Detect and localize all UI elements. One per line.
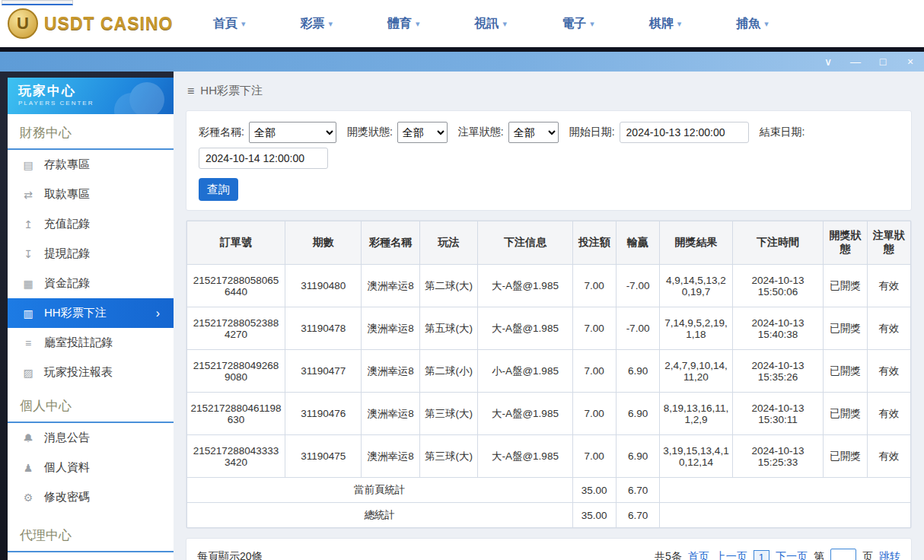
jump-button[interactable]: 跳转	[879, 550, 900, 560]
lottery-name-select[interactable]: 全部	[249, 122, 336, 143]
table-cell: 2024-10-13 15:50:06	[732, 265, 823, 307]
table-cell: 有效	[867, 265, 910, 307]
next-page-link[interactable]: 下一页	[776, 550, 808, 560]
pager: 共5条 首页 上一页 1 下一页 第 页 跳转	[655, 549, 900, 560]
column-header: 注單狀態	[867, 221, 910, 265]
table-header-row: 訂單號期數彩種名稱玩法下注信息投注額輸贏開獎結果下注時間開獎狀態注單狀態	[187, 221, 911, 265]
table-cell: 31190476	[285, 393, 362, 435]
table-cell: 8,19,13,16,11,1,2,9	[660, 393, 733, 435]
menu-item-home[interactable]: 首頁 ▾	[213, 16, 246, 32]
search-button[interactable]: 查詢	[199, 178, 238, 201]
window-close-icon[interactable]: ×	[904, 56, 916, 67]
deposit-icon: ▤	[21, 159, 35, 171]
sidebar-item-profile[interactable]: ♟ 個人資料	[8, 453, 174, 482]
chevron-down-icon: ▾	[590, 19, 594, 29]
order-status-label: 注單狀態:	[458, 126, 504, 139]
menu-item-boardgames[interactable]: 棋牌 ▾	[649, 16, 682, 32]
table-cell: 有效	[867, 393, 910, 435]
table-cell: 2024-10-13 15:25:33	[732, 435, 823, 478]
table-summary: 當前頁統計 35.00 6.70 總統計 35.00 6.70	[187, 478, 911, 528]
end-date-label: 結束日期:	[760, 126, 805, 139]
funds-record-icon: ▦	[21, 278, 35, 290]
table-cell: 7.00	[572, 393, 616, 435]
page-summary-bet: 35.00	[572, 478, 616, 503]
table-row: 215217288052388427031190478澳洲幸运8第五球(大)大-…	[187, 307, 911, 350]
section-personal-center: 個人中心	[8, 387, 174, 423]
table-cell: 第五球(大)	[419, 307, 477, 350]
table-cell: 2152172880580656440	[187, 265, 285, 307]
sidebar-item-label: 廳室投註記錄	[44, 336, 113, 350]
page-summary-empty	[660, 478, 911, 503]
sidebar-item-label: 個人資料	[44, 460, 90, 475]
menu-item-sports[interactable]: 體育 ▾	[387, 16, 420, 32]
column-header: 開獎狀態	[824, 221, 867, 265]
sidebar-item-announcements[interactable]: 🔔︎ 消息公告	[8, 423, 174, 453]
menu-label: 捕魚	[736, 16, 760, 32]
sidebar-item-recharge-record[interactable]: ↥ 充值記錄	[8, 209, 174, 239]
sidebar-title: 玩家中心	[18, 82, 163, 100]
first-page-link[interactable]: 首页	[688, 550, 709, 560]
window-minimize-icon[interactable]: —	[849, 56, 862, 67]
sidebar-item-deposit[interactable]: ▤ 存款專區	[8, 150, 174, 180]
sidebar-subtitle: PLAYERS CENTER	[18, 100, 163, 107]
table-cell: 第二球(小)	[419, 350, 477, 393]
browser-tab-stub	[2, 0, 73, 5]
section-finance-center: 財務中心	[8, 114, 174, 150]
menu-label: 電子	[562, 16, 586, 32]
draw-status-label: 開獎狀態:	[347, 126, 393, 139]
jump-prefix: 第	[814, 550, 824, 560]
menu-item-lottery[interactable]: 彩票 ▾	[301, 16, 333, 32]
sidebar-item-room-bet-record[interactable]: ≡ 廳室投註記錄	[8, 328, 174, 358]
sidebar-item-withdraw[interactable]: ⇄ 取款專區	[8, 180, 174, 209]
column-header: 下注時間	[732, 221, 823, 265]
chevron-down-icon: ▾	[241, 19, 246, 29]
page-summary-winloss: 6.70	[616, 478, 659, 503]
total-summary-label: 總統計	[187, 503, 573, 528]
table-cell: 31190480	[285, 265, 362, 307]
order-status-select[interactable]: 全部	[508, 122, 559, 143]
sidebar-item-bet-report[interactable]: ▨ 玩家投注報表	[8, 358, 174, 387]
table-row: 215217288049268908031190477澳洲幸运8第二球(小)小-…	[187, 350, 911, 393]
column-header: 下注信息	[478, 221, 572, 265]
sidebar-item-hh-lottery-bets[interactable]: ▥ HH彩票下注 ›	[8, 298, 174, 328]
window-titlebar: ∨ — □ ×	[0, 52, 924, 72]
table-cell: 已開獎	[824, 265, 867, 307]
table-cell: 2152172880523884270	[187, 307, 285, 350]
menu-item-fishing[interactable]: 捕魚 ▾	[736, 16, 769, 32]
draw-status-select[interactable]: 全部	[397, 122, 448, 143]
menu-label: 彩票	[301, 16, 325, 32]
jump-suffix: 页	[862, 550, 873, 560]
chevron-down-icon: ▾	[416, 19, 420, 29]
sidebar-item-withdrawal-record[interactable]: ↧ 提現記錄	[8, 239, 174, 269]
table-row: 215217288058065644031190480澳洲幸运8第二球(大)大-…	[187, 265, 911, 307]
hamburger-icon[interactable]: ≡	[187, 84, 194, 98]
sidebar-item-label: 提現記錄	[44, 247, 90, 261]
window-collapse-icon[interactable]: ∨	[822, 56, 834, 67]
table-cell: 澳洲幸运8	[362, 265, 419, 307]
sidebar: 玩家中心 PLAYERS CENTER 財務中心 ▤ 存款專區 ⇄ 取款專區 ↥…	[8, 78, 174, 560]
window-maximize-icon[interactable]: □	[877, 56, 889, 67]
sidebar-item-change-password[interactable]: ⚙ 修改密碼	[8, 482, 174, 512]
table-cell: 已開獎	[824, 393, 867, 435]
jump-page-input[interactable]	[830, 549, 856, 560]
table-cell: 7,14,9,5,2,19,1,18	[660, 307, 733, 350]
table-cell: -7.00	[616, 307, 659, 350]
sidebar-item-funds-record[interactable]: ▦ 資金記錄	[8, 269, 174, 298]
menu-item-electronic[interactable]: 電子 ▾	[562, 16, 594, 32]
start-date-input[interactable]	[620, 122, 749, 143]
site-logo[interactable]: U USDT CASINO	[0, 8, 190, 39]
prev-page-link[interactable]: 上一页	[715, 550, 747, 560]
table-cell: 澳洲幸运8	[362, 350, 419, 393]
sidebar-item-label: 存款專區	[44, 158, 90, 172]
table-cell: 大-A盤@1.985	[478, 307, 572, 350]
withdrawal-record-icon: ↧	[21, 248, 35, 260]
column-header: 玩法	[419, 221, 477, 265]
top-navigation: U USDT CASINO 首頁 ▾ 彩票 ▾ 體育 ▾ 視訊 ▾ 電子 ▾ 棋…	[0, 0, 924, 47]
end-date-input[interactable]	[199, 148, 328, 169]
lottery-bet-icon: ▥	[21, 307, 35, 320]
table-cell: 小-A盤@1.985	[478, 350, 572, 393]
table-cell: 6.90	[616, 435, 659, 478]
table-cell: 已開獎	[824, 350, 867, 393]
menu-item-video[interactable]: 視訊 ▾	[475, 16, 508, 32]
table-cell: 2,4,7,9,10,14,11,20	[660, 350, 733, 393]
